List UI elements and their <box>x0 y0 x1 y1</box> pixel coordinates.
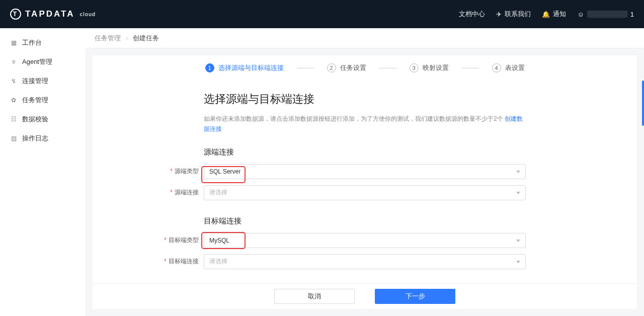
step-2[interactable]: 2 任务设置 <box>327 63 366 72</box>
sidebar-item-log[interactable]: ▤ 操作日志 <box>0 129 86 148</box>
sidebar-item-label: 操作日志 <box>22 134 48 143</box>
target-type-select[interactable]: MySQL <box>204 233 526 248</box>
target-conn-select[interactable]: 请选择 <box>204 254 526 269</box>
agent-icon: ≡ <box>10 58 17 65</box>
brand-name: TAPDATA <box>25 9 74 19</box>
docs-link[interactable]: 文档中心 <box>459 10 485 19</box>
bell-icon: 🔔 <box>542 11 550 18</box>
target-type-row: 目标端类型 MySQL <box>204 233 526 248</box>
notify-link[interactable]: 🔔 通知 <box>542 10 566 19</box>
shell: ▦ 工作台 ≡ Agent管理 ↯ 连接管理 ✿ 任务管理 ☷ 数据校验 ▤ 操… <box>0 28 644 316</box>
target-conn-row: 目标端连接 请选择 <box>204 254 526 269</box>
log-icon: ▤ <box>10 135 17 142</box>
sidebar-item-connection[interactable]: ↯ 连接管理 <box>0 71 86 91</box>
step-label: 任务设置 <box>340 63 366 72</box>
step-label: 映射设置 <box>423 63 449 72</box>
sidebar-item-verify[interactable]: ☷ 数据校验 <box>0 110 86 129</box>
breadcrumb-parent[interactable]: 任务管理 <box>95 34 121 43</box>
source-conn-label: 源端连接 <box>155 188 204 197</box>
next-button[interactable]: 下一步 <box>375 289 455 304</box>
sidebar-item-label: Agent管理 <box>22 57 52 66</box>
brand[interactable]: T TAPDATA cloud <box>10 9 96 20</box>
step-label: 表设置 <box>505 63 525 72</box>
chevron-right-icon: › <box>126 34 128 42</box>
sidebar-item-agent[interactable]: ≡ Agent管理 <box>0 52 86 71</box>
user-name-mask: ████████ <box>587 11 627 18</box>
connection-icon: ↯ <box>10 77 17 85</box>
contact-label: 联系我们 <box>505 10 531 19</box>
step-divider <box>379 68 396 68</box>
page-title: 选择源端与目标端连接 <box>204 92 526 107</box>
page-hint: 如果你还未添加数据源，请点击添加数据源按钮进行添加，为了方便你的测试，我们建议数… <box>204 114 526 134</box>
source-type-row: 源端类型 SQL Server <box>204 164 526 179</box>
step-label: 选择源端与目标端连接 <box>218 63 284 72</box>
notify-label: 通知 <box>553 10 566 19</box>
breadcrumb: 任务管理 › 创建任务 <box>86 28 644 48</box>
user-menu[interactable]: ☺ ████████ 1 <box>577 11 634 18</box>
cancel-button[interactable]: 取消 <box>274 289 355 304</box>
step-3[interactable]: 3 映射设置 <box>410 63 449 72</box>
topbar-right: 文档中心 ✈ 联系我们 🔔 通知 ☺ ████████ 1 <box>459 10 634 19</box>
source-type-select[interactable]: SQL Server <box>204 164 526 179</box>
user-icon: ☺ <box>577 11 584 18</box>
step-number: 3 <box>410 63 419 72</box>
target-section-title: 目标端连接 <box>204 216 526 226</box>
sidebar-item-label: 连接管理 <box>22 76 48 86</box>
brand-badge: cloud <box>79 12 96 17</box>
sidebar-item-label: 任务管理 <box>22 96 48 105</box>
source-section-title: 源端连接 <box>204 147 526 157</box>
source-conn-row: 源端连接 请选择 <box>204 185 526 200</box>
sidebar-item-label: 数据校验 <box>22 115 48 124</box>
brand-logo-icon: T <box>10 9 21 20</box>
hint-text: 如果你还未添加数据源，请点击添加数据源按钮进行添加，为了方便你的测试，我们建议数… <box>204 115 503 122</box>
step-4[interactable]: 4 表设置 <box>492 63 525 72</box>
topbar: T TAPDATA cloud 文档中心 ✈ 联系我们 🔔 通知 ☺ █████… <box>0 0 644 28</box>
chevron-down-icon <box>516 171 520 173</box>
workspace-icon: ▦ <box>10 39 17 46</box>
step-number: 1 <box>205 63 214 72</box>
step-divider <box>297 68 314 68</box>
steps: 1 选择源端与目标端连接 2 任务设置 3 映射设置 4 表设置 <box>93 55 637 77</box>
chevron-down-icon <box>516 192 520 194</box>
task-icon: ✿ <box>10 97 17 104</box>
content-card: 1 选择源端与目标端连接 2 任务设置 3 映射设置 4 表设置 <box>93 55 637 309</box>
breadcrumb-current: 创建任务 <box>133 34 159 43</box>
source-conn-select[interactable]: 请选择 <box>204 185 526 200</box>
step-divider <box>462 68 479 68</box>
footer: 取消 下一步 <box>93 283 637 309</box>
target-conn-label: 目标端连接 <box>155 257 204 266</box>
source-type-label: 源端类型 <box>155 167 204 176</box>
step-number: 4 <box>492 63 501 72</box>
sidebar: ▦ 工作台 ≡ Agent管理 ↯ 连接管理 ✿ 任务管理 ☷ 数据校验 ▤ 操… <box>0 28 86 316</box>
chevron-down-icon <box>516 261 520 263</box>
sidebar-item-label: 工作台 <box>22 38 42 47</box>
target-type-label: 目标端类型 <box>155 236 204 245</box>
sidebar-item-workspace[interactable]: ▦ 工作台 <box>0 33 86 52</box>
verify-icon: ☷ <box>10 116 17 123</box>
step-1[interactable]: 1 选择源端与目标端连接 <box>205 63 284 72</box>
form-body: 选择源端与目标端连接 如果你还未添加数据源，请点击添加数据源按钮进行添加，为了方… <box>204 92 526 275</box>
step-number: 2 <box>327 63 336 72</box>
main: 任务管理 › 创建任务 1 选择源端与目标端连接 2 任务设置 3 映射设置 <box>86 28 644 316</box>
sidebar-item-task[interactable]: ✿ 任务管理 <box>0 91 86 110</box>
source-conn-placeholder: 请选择 <box>209 188 227 197</box>
target-conn-placeholder: 请选择 <box>209 257 227 266</box>
source-type-value: SQL Server <box>209 168 240 175</box>
scrollbar-thumb[interactable] <box>642 81 644 126</box>
user-suffix: 1 <box>630 11 634 18</box>
contact-link[interactable]: ✈ 联系我们 <box>496 10 531 19</box>
send-icon: ✈ <box>496 11 502 18</box>
chevron-down-icon <box>516 240 520 242</box>
target-type-value: MySQL <box>209 237 229 244</box>
